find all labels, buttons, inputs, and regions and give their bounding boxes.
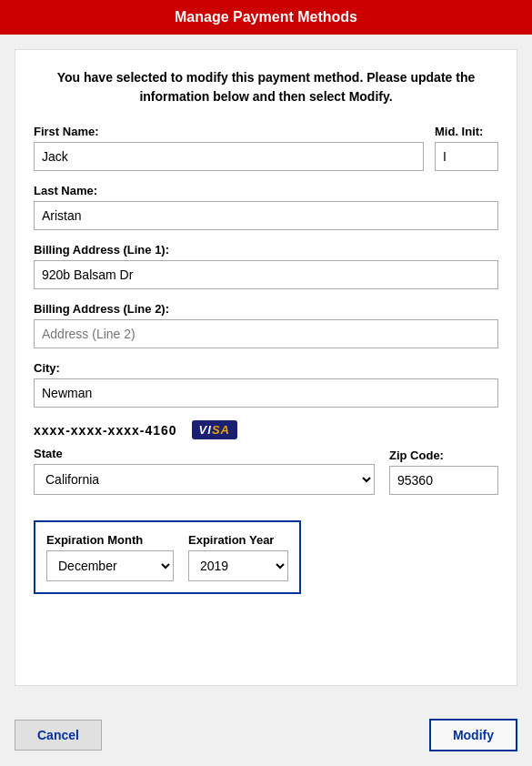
- exp-month-group: Expiration Month JanuaryFebruaryMarchApr…: [46, 533, 174, 581]
- exp-year-group: Expiration Year 201720182019202020212022…: [188, 533, 288, 581]
- expiration-box: Expiration Month JanuaryFebruaryMarchApr…: [34, 520, 301, 594]
- exp-month-select[interactable]: JanuaryFebruaryMarchAprilMayJuneJulyAugu…: [46, 550, 174, 581]
- billing-address1-group: Billing Address (Line 1):: [34, 243, 498, 289]
- last-name-label: Last Name:: [34, 184, 498, 197]
- visa-badge: VISA: [192, 420, 237, 439]
- state-zip-row: State AlabamaAlaskaArizonaArkansasCalifo…: [34, 447, 498, 508]
- exp-year-select[interactable]: 201720182019202020212022202320242025: [188, 550, 288, 581]
- billing-address1-label: Billing Address (Line 1):: [34, 243, 498, 257]
- main-form-container: You have selected to modify this payment…: [15, 49, 517, 686]
- first-name-label: First Name:: [34, 125, 424, 138]
- state-select[interactable]: AlabamaAlaskaArizonaArkansasCaliforniaCo…: [34, 464, 375, 495]
- header-title: Manage Payment Methods: [175, 9, 357, 25]
- zip-label: Zip Code:: [389, 449, 498, 462]
- zip-input[interactable]: [389, 466, 498, 495]
- exp-month-label: Expiration Month: [46, 533, 174, 547]
- zip-group: Zip Code:: [389, 449, 498, 495]
- state-group: State AlabamaAlaskaArizonaArkansasCalifo…: [34, 447, 375, 495]
- billing-address2-group: Billing Address (Line 2):: [34, 302, 498, 348]
- city-input[interactable]: [34, 378, 498, 408]
- mid-init-label: Mid. Init:: [435, 125, 498, 138]
- billing-address2-input[interactable]: [34, 319, 498, 348]
- mid-init-group: Mid. Init:: [435, 125, 498, 171]
- page-header: Manage Payment Methods: [0, 0, 532, 35]
- first-name-group: First Name:: [34, 125, 424, 171]
- exp-year-label: Expiration Year: [188, 533, 288, 547]
- card-number: xxxx-xxxx-xxxx-4160: [34, 423, 177, 438]
- state-label: State: [34, 447, 375, 460]
- bottom-buttons: Cancel Modify: [0, 719, 532, 766]
- first-name-input[interactable]: [34, 142, 424, 171]
- cancel-button[interactable]: Cancel: [15, 720, 102, 751]
- card-row: xxxx-xxxx-xxxx-4160 VISA: [34, 420, 498, 439]
- instruction-text: You have selected to modify this payment…: [34, 68, 498, 106]
- city-label: City:: [34, 361, 498, 375]
- mid-init-input[interactable]: [435, 142, 498, 171]
- billing-address1-input[interactable]: [34, 260, 498, 289]
- billing-address2-label: Billing Address (Line 2):: [34, 302, 498, 316]
- last-name-group: Last Name:: [34, 184, 498, 230]
- last-name-input[interactable]: [34, 201, 498, 230]
- modify-button[interactable]: Modify: [429, 719, 517, 751]
- city-group: City:: [34, 361, 498, 408]
